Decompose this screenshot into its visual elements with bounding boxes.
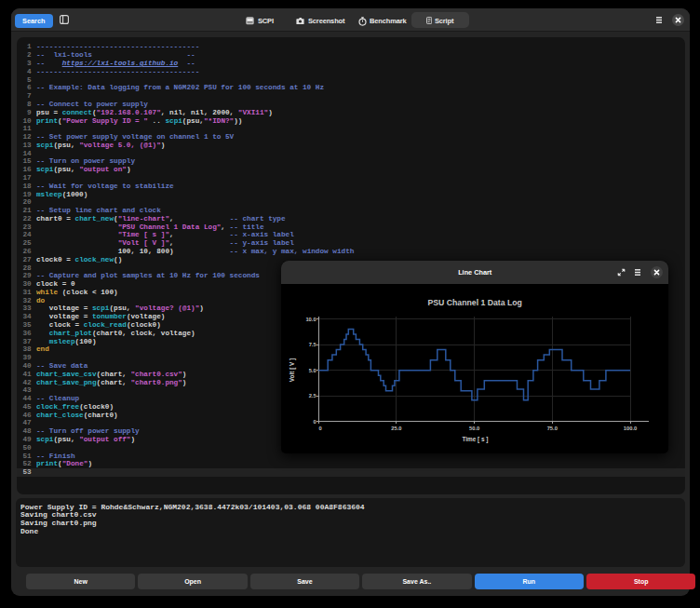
svg-text:0: 0: [314, 418, 316, 424]
svg-text:25.0: 25.0: [392, 425, 402, 430]
svg-text:0: 0: [319, 425, 322, 430]
svg-text:Time [ s ]: Time [ s ]: [463, 436, 489, 443]
svg-text:2.5: 2.5: [309, 393, 317, 399]
svg-text:75.0: 75.0: [547, 425, 558, 430]
svg-text:10.0: 10.0: [306, 316, 316, 321]
svg-text:100.0: 100.0: [624, 425, 638, 430]
svg-text:Volt [ V ]: Volt [ V ]: [289, 358, 296, 381]
svg-text:5.0: 5.0: [309, 367, 316, 372]
svg-text:7.5: 7.5: [309, 342, 317, 347]
svg-text:50.0: 50.0: [469, 425, 479, 430]
